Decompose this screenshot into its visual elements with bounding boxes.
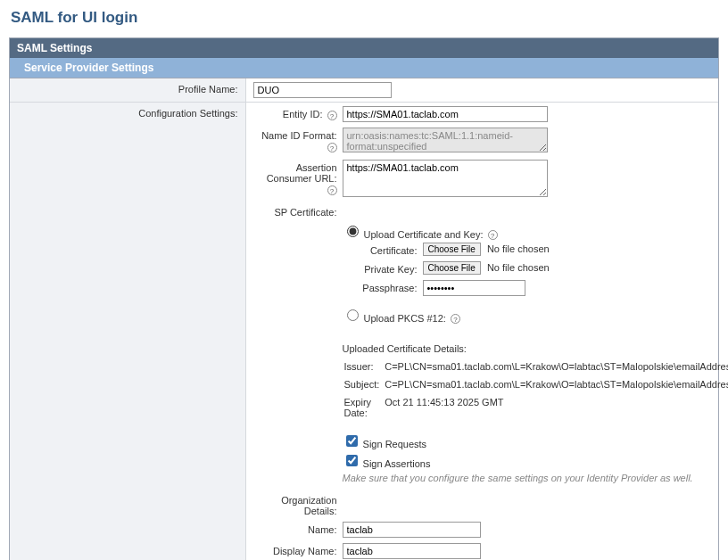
name-id-format-label: Name ID Format: [261,130,336,141]
page-title: SAML for UI login [9,9,719,27]
help-icon[interactable]: ? [327,143,337,152]
upload-cert-key-label: Upload Certificate and Key: [364,229,484,240]
certificate-label: Certificate: [360,243,423,256]
help-icon[interactable]: ? [488,230,498,240]
private-key-file-status: No file chosen [487,262,550,273]
entity-id-input[interactable] [343,106,548,122]
expiry-date-label: Expiry Date: [344,395,384,422]
sp-certificate-label: SP Certificate: [274,207,336,218]
sign-assertions-checkbox[interactable] [346,455,358,466]
org-name-input[interactable] [343,522,481,538]
profile-name-input[interactable] [253,82,392,98]
sub-header: Service Provider Settings [10,58,718,78]
certificate-file-status: No file chosen [487,243,550,254]
idp-note: Make sure that you configure the same se… [343,473,712,483]
issuer-value: C=PL\CN=sma01.taclab.com\L=Krakow\O=labt… [385,359,728,375]
name-id-format-field: urn:oasis:names:tc:SAML:1.1:nameid-forma… [343,128,548,152]
private-key-label: Private Key: [360,261,423,275]
upload-cert-key-radio[interactable] [347,226,359,237]
upload-pkcs12-label: Upload PKCS #12: [364,313,446,324]
entity-id-label: Entity ID: [283,109,323,119]
assertion-consumer-url-input[interactable]: https://SMA01.taclab.com [343,160,548,197]
upload-pkcs12-radio[interactable] [347,309,359,321]
org-details-label: Organization Details: [253,492,343,516]
issuer-label: Issuer: [344,359,384,375]
panel-header: SAML Settings [10,38,718,58]
org-display-name-label: Display Name: [271,543,343,556]
org-name-label: Name: [271,522,343,535]
org-display-name-input[interactable] [343,543,481,559]
help-icon[interactable]: ? [327,111,337,120]
uploaded-cert-details-label: Uploaded Certificate Details: [343,343,712,354]
assertion-consumer-url-label: Assertion Consumer URL: [267,162,337,184]
subject-value: C=PL\CN=sma01.taclab.com\L=Krakow\O=labt… [385,377,728,393]
sign-assertions-label: Sign Assertions [363,458,431,469]
expiry-date-value: Oct 21 11:45:13 2025 GMT [385,395,728,422]
passphrase-input[interactable] [423,280,525,296]
sign-requests-checkbox[interactable] [346,435,358,447]
passphrase-label: Passphrase: [360,280,423,293]
subject-label: Subject: [344,377,384,393]
sign-requests-label: Sign Requests [363,439,427,449]
config-settings-label: Configuration Settings: [10,103,245,561]
profile-name-label: Profile Name: [10,78,245,103]
help-icon[interactable]: ? [327,185,337,195]
saml-settings-panel: SAML Settings Service Provider Settings … [9,37,719,560]
certificate-choose-file-button[interactable]: Choose File [423,243,481,256]
private-key-choose-file-button[interactable]: Choose File [423,261,481,275]
help-icon[interactable]: ? [451,314,460,324]
